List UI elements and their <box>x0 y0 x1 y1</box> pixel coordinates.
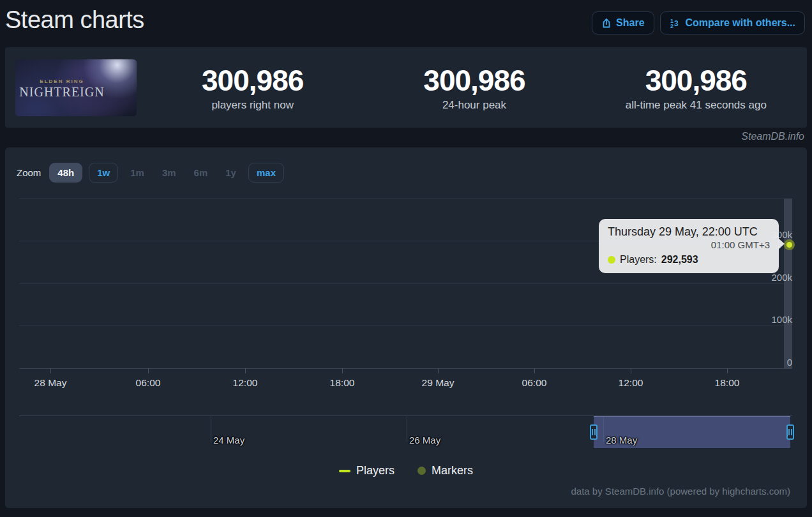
zoom-controls: Zoom 48h 1w 1m 3m 6m 1y max <box>17 163 284 183</box>
markers-circle-swatch-icon <box>417 467 426 475</box>
svg-text:3: 3 <box>674 19 679 28</box>
x-axis-line <box>19 368 792 369</box>
tooltip-series-value: 292,593 <box>661 254 698 266</box>
legend-label: Players <box>356 464 395 477</box>
x-axis-tick <box>342 368 343 373</box>
game-capsule-image: ELDEN RING NIGHTREIGN <box>15 59 137 116</box>
tooltip-series-row: Players: 292,593 <box>608 254 770 266</box>
page-title: Steam charts <box>5 6 144 34</box>
zoom-1y-button: 1y <box>220 163 242 183</box>
svg-text:2: 2 <box>670 23 673 29</box>
navigator-tick <box>407 416 407 442</box>
x-axis-label: 12:00 <box>213 377 277 389</box>
zoom-label: Zoom <box>17 167 41 178</box>
x-axis-tick <box>245 368 246 373</box>
navigator-tick <box>211 416 211 442</box>
gridline <box>19 199 792 199</box>
compare-button-label: Compare with others... <box>686 17 795 29</box>
tooltip-localtime: 01:00 GMT+3 <box>608 239 770 250</box>
x-axis-tick <box>727 368 728 373</box>
navigator-left-handle[interactable] <box>590 424 598 440</box>
share-icon <box>601 18 612 29</box>
steamdb-watermark: SteamDB.info <box>741 131 804 142</box>
stat-alltime-peak: 300,986 all-time peak 41 seconds ago <box>585 47 807 128</box>
gridline <box>19 283 792 284</box>
x-axis-label: 12:00 <box>599 377 663 389</box>
chart-legend: Players Markers <box>5 464 807 477</box>
zoom-max-button[interactable]: max <box>248 163 284 183</box>
compare-button[interactable]: 1 2 3 Compare with others... <box>660 11 805 34</box>
x-axis-tick <box>534 368 535 373</box>
y-axis-label-100k: 100k <box>754 314 792 325</box>
x-axis-tick <box>631 368 631 373</box>
stat-label: all-time peak 41 seconds ago <box>626 99 767 112</box>
x-axis-label: 18:00 <box>695 377 759 389</box>
navigator-right-handle[interactable] <box>786 424 794 440</box>
stat-current-players: 300,986 players right now <box>142 47 363 128</box>
compare-123-icon: 1 2 3 <box>670 18 681 29</box>
game-capsule-title-large: NIGHTREIGN <box>15 85 109 100</box>
share-button[interactable]: Share <box>592 11 654 34</box>
x-axis-tick <box>438 368 439 373</box>
header-actions: Share 1 2 3 Compare with others... <box>592 11 805 34</box>
players-line-swatch-icon <box>339 470 350 472</box>
tooltip-datetime: Thursday 29 May, 22:00 UTC <box>608 225 770 239</box>
stat-label: players right now <box>211 99 294 112</box>
x-axis-label: 06:00 <box>502 377 566 389</box>
y-axis-label-0: 0 <box>754 357 792 368</box>
zoom-6m-button: 6m <box>188 163 214 183</box>
crosshair-band <box>784 199 792 368</box>
game-capsule-title-small: ELDEN RING <box>15 79 109 84</box>
navigator-label: 26 May <box>409 435 440 446</box>
stat-value: 300,986 <box>645 64 747 97</box>
stat-value: 300,986 <box>423 64 525 97</box>
x-axis-label: 29 May <box>406 377 470 389</box>
navigator-label: 28 May <box>606 435 637 446</box>
series-point-marker[interactable] <box>786 242 792 248</box>
stat-label: 24-hour peak <box>442 99 506 112</box>
stats-panel: ELDEN RING NIGHTREIGN 300,986 players ri… <box>5 47 807 128</box>
steamdb-charts-page: Steam charts Share 1 2 3 Compare with ot… <box>0 0 812 517</box>
zoom-48h-button[interactable]: 48h <box>49 163 82 183</box>
legend-item-players[interactable]: Players <box>339 464 395 477</box>
x-axis-label: 06:00 <box>116 377 180 389</box>
navigator-label: 24 May <box>213 435 244 446</box>
zoom-3m-button: 3m <box>156 163 182 183</box>
tooltip-series-name: Players: <box>620 254 657 266</box>
stat-value: 300,986 <box>202 64 303 97</box>
chart-tooltip: Thursday 29 May, 22:00 UTC 01:00 GMT+3 P… <box>599 219 779 273</box>
chart-credits-link[interactable]: data by SteamDB.info (powered by highcha… <box>571 486 791 497</box>
y-axis-label-200k: 200k <box>754 272 792 283</box>
gridline <box>19 326 792 326</box>
legend-label: Markers <box>432 464 473 477</box>
zoom-1w-button[interactable]: 1w <box>89 163 118 183</box>
x-axis-label: 18:00 <box>310 377 374 389</box>
series-color-dot-icon <box>608 256 615 264</box>
zoom-1m-button: 1m <box>124 163 150 183</box>
x-axis-tick <box>50 368 51 373</box>
x-axis-tick <box>148 368 149 373</box>
share-button-label: Share <box>616 17 644 29</box>
chart-panel: Zoom 48h 1w 1m 3m 6m 1y max 300k 200k 10… <box>5 147 807 508</box>
stats-row: 300,986 players right now 300,986 24-hou… <box>142 47 807 128</box>
stat-24h-peak: 300,986 24-hour peak <box>363 47 585 128</box>
x-axis-label: 28 May <box>19 377 82 389</box>
legend-item-markers[interactable]: Markers <box>417 464 473 477</box>
